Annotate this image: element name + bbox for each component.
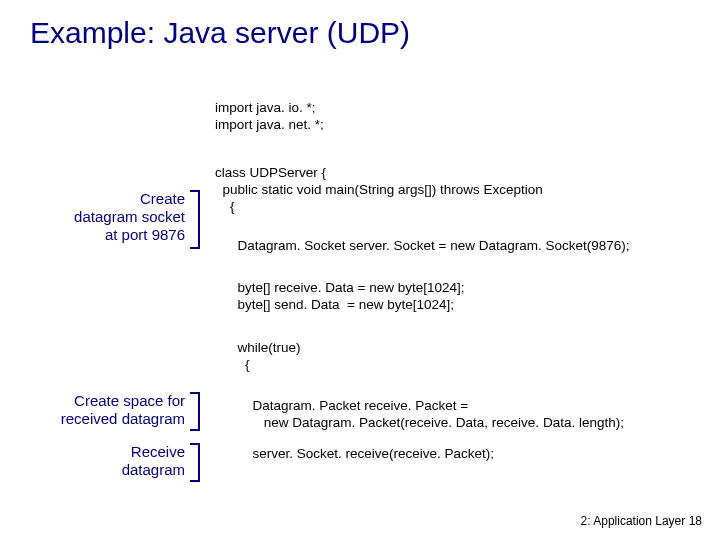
annotation-line: at port 9876 bbox=[105, 226, 185, 243]
bracket-icon bbox=[190, 190, 200, 249]
annotation-line: datagram bbox=[122, 461, 185, 478]
code-while-open: while(true) { bbox=[215, 340, 301, 374]
bracket-icon bbox=[190, 392, 200, 431]
code-buffers: byte[] receive. Data = new byte[1024]; b… bbox=[215, 280, 465, 314]
footer-text: 2: Application Layer bbox=[581, 514, 686, 528]
code-packet-decl: Datagram. Packet receive. Packet = new D… bbox=[215, 398, 624, 432]
bracket-icon bbox=[190, 443, 200, 482]
annotation-line: Create bbox=[140, 190, 185, 207]
code-receive-call: server. Socket. receive(receive. Packet)… bbox=[215, 446, 494, 463]
annotation-line: datagram socket bbox=[74, 208, 185, 225]
annotation-create-space: Create space for received datagram bbox=[30, 392, 185, 428]
slide-footer: 2: Application Layer 18 bbox=[581, 514, 702, 528]
page-number: 18 bbox=[689, 514, 702, 528]
slide-title: Example: Java server (UDP) bbox=[30, 16, 410, 50]
annotation-line: received datagram bbox=[61, 410, 185, 427]
annotation-receive: Receive datagram bbox=[90, 443, 185, 479]
annotation-create-socket: Create datagram socket at port 9876 bbox=[40, 190, 185, 244]
annotation-line: Create space for bbox=[74, 392, 185, 409]
code-class-decl: class UDPServer { public static void mai… bbox=[215, 165, 543, 216]
code-imports: import java. io. *; import java. net. *; bbox=[215, 100, 324, 134]
annotation-line: Receive bbox=[131, 443, 185, 460]
code-socket-line: Datagram. Socket server. Socket = new Da… bbox=[215, 238, 630, 255]
